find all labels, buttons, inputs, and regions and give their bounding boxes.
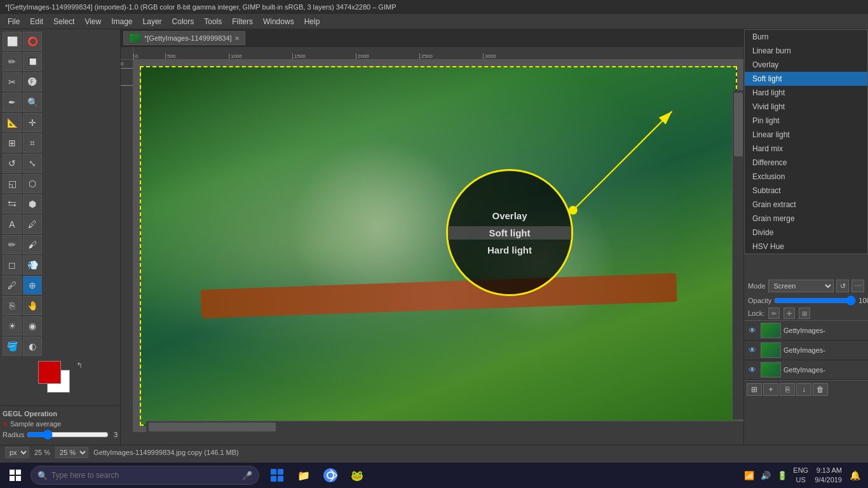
layer-merge-btn[interactable]: ↓ [796, 383, 811, 396]
menu-help[interactable]: Help [299, 16, 325, 27]
tool-dodge[interactable]: ☀ [3, 316, 22, 336]
layer-row-0[interactable]: 👁 GettyImages- [744, 321, 868, 341]
blend-hard-light[interactable]: Hard light [745, 86, 867, 100]
layer-new-group-btn[interactable]: ⊞ [747, 383, 762, 396]
blend-vivid-light[interactable]: Vivid light [745, 100, 867, 114]
tool-flip[interactable]: ⮀ [3, 194, 22, 214]
tab-close-btn[interactable]: ✕ [234, 35, 240, 42]
menu-edit[interactable]: Edit [25, 16, 48, 27]
mode-select[interactable]: Screen [768, 280, 834, 292]
tool-smudge[interactable]: 🤚 [23, 296, 42, 315]
canvas-container[interactable]: Overlay Soft light Hard light [133, 60, 743, 432]
taskbar-gimp[interactable]: 🐸 [344, 463, 370, 488]
lock-all-btn[interactable]: ⊞ [799, 308, 810, 319]
foreground-color[interactable] [38, 361, 61, 384]
blend-overlay[interactable]: Overlay [745, 58, 867, 72]
blend-difference[interactable]: Difference [745, 156, 867, 170]
taskbar-file-explorer[interactable]: 📁 [291, 463, 316, 488]
tool-rect-select[interactable]: ⬜ [3, 32, 22, 51]
tool-blur[interactable]: ◉ [23, 316, 42, 336]
blend-exclusion[interactable]: Exclusion [745, 170, 867, 184]
blend-divide[interactable]: Divide [745, 226, 867, 240]
tool-move[interactable]: ✛ [23, 113, 42, 132]
tool-shear[interactable]: ◱ [3, 174, 22, 193]
menu-layer[interactable]: Layer [138, 16, 167, 27]
tool-pencil[interactable]: ✏ [3, 235, 22, 254]
layer-row-1[interactable]: 👁 GettyImages- [744, 341, 868, 360]
menu-image[interactable]: Image [106, 16, 137, 27]
tool-scale[interactable]: ⤡ [23, 154, 42, 173]
tool-clone[interactable]: ⎘ [3, 296, 22, 315]
tool-measure[interactable]: 📐 [3, 113, 22, 132]
tool-scissors[interactable]: ✂ [3, 72, 22, 92]
tool-color-picker[interactable]: ✒ [3, 93, 22, 112]
layer-visibility-1[interactable]: 👁 [747, 344, 758, 356]
tool-crop[interactable]: ⌗ [23, 133, 42, 152]
taskbar-task-view[interactable] [264, 463, 290, 488]
tool-ellipse-select[interactable]: ⭕ [23, 32, 42, 51]
blend-hard-mix[interactable]: Hard mix [745, 142, 867, 156]
layer-delete-btn[interactable]: 🗑 [813, 383, 828, 396]
tool-free-select[interactable]: ✏ [3, 52, 22, 71]
volume-icon[interactable]: 🔊 [759, 470, 773, 482]
swap-colors-icon[interactable]: ↰ [76, 361, 83, 370]
microphone-icon[interactable]: 🎤 [242, 471, 252, 480]
blend-grain-merge[interactable]: Grain merge [745, 212, 867, 226]
horizontal-scrollbar[interactable] [146, 421, 743, 432]
blend-linear-light[interactable]: Linear light [745, 128, 867, 142]
tool-heal[interactable]: ⊕ [23, 276, 42, 295]
canvas-tab[interactable]: *[GettyImages-1149999834] ✕ [123, 31, 245, 45]
blend-hsv-hue[interactable]: HSV Hue [745, 240, 867, 254]
clock[interactable]: 9:13 AM 9/4/2019 [812, 466, 844, 485]
layer-visibility-2[interactable]: 👁 [747, 364, 758, 376]
mode-reset-btn[interactable]: ↺ [836, 280, 849, 292]
vertical-scrollbar[interactable] [732, 90, 743, 419]
blend-burn[interactable]: Burn [745, 30, 867, 44]
menu-file[interactable]: File [3, 16, 25, 27]
blend-pin-light[interactable]: Pin light [745, 114, 867, 128]
search-input[interactable] [51, 471, 238, 480]
tool-bucket-fill[interactable]: 🪣 [3, 337, 22, 356]
lock-pixels-btn[interactable]: ✏ [768, 308, 780, 319]
layer-visibility-0[interactable]: 👁 [747, 325, 758, 336]
menu-filters[interactable]: Filters [227, 16, 258, 27]
tool-blend[interactable]: ◐ [23, 337, 42, 356]
zoom-select[interactable]: 25 % [55, 447, 88, 458]
notification-icon[interactable]: 🔔 [847, 470, 863, 480]
radius-slider[interactable] [27, 430, 109, 439]
tool-ink[interactable]: 🖋 [3, 276, 22, 295]
tool-rotate[interactable]: ↺ [3, 154, 22, 173]
language-indicator[interactable]: ENG US [792, 466, 810, 485]
menu-colors[interactable]: Colors [167, 16, 200, 27]
start-button[interactable] [3, 463, 28, 488]
unit-select[interactable]: px [5, 447, 29, 458]
layer-duplicate-btn[interactable]: ⎘ [780, 383, 795, 396]
search-bar[interactable]: 🔍 🎤 [31, 466, 259, 485]
tool-fuzzy-select[interactable]: 🔲 [23, 52, 42, 71]
menu-windows[interactable]: Windows [258, 16, 299, 27]
menu-tools[interactable]: Tools [199, 16, 227, 27]
blend-soft-light[interactable]: Soft light [745, 72, 867, 86]
tool-zoom[interactable]: 🔍 [23, 93, 42, 112]
tool-paintbrush[interactable]: 🖌 [23, 235, 42, 254]
layer-row-2[interactable]: 👁 GettyImages- [744, 360, 868, 380]
tool-align[interactable]: ⊞ [3, 133, 22, 152]
blend-grain-extract[interactable]: Grain extract [745, 198, 867, 212]
layer-new-btn[interactable]: + [763, 383, 778, 396]
tool-cage[interactable]: ⬢ [23, 194, 42, 214]
tool-text[interactable]: A [3, 215, 22, 234]
opacity-slider[interactable] [774, 296, 856, 305]
network-icon[interactable]: 📶 [742, 470, 756, 482]
tool-perspective[interactable]: ⬡ [23, 174, 42, 193]
blend-linear-burn[interactable]: Linear burn [745, 44, 867, 58]
tool-eraser[interactable]: ◻ [3, 255, 22, 274]
lock-position-btn[interactable]: ✛ [783, 308, 795, 319]
tool-airbrush[interactable]: 💨 [23, 255, 42, 274]
menu-select[interactable]: Select [48, 16, 79, 27]
menu-view[interactable]: View [79, 16, 106, 27]
blend-subtract[interactable]: Subtract [745, 184, 867, 198]
mode-more-btn[interactable]: ⋯ [851, 280, 864, 292]
taskbar-chrome[interactable] [318, 463, 343, 488]
tool-paths[interactable]: 🖊 [23, 215, 42, 234]
tool-foreground-select[interactable]: 🅕 [23, 72, 42, 92]
